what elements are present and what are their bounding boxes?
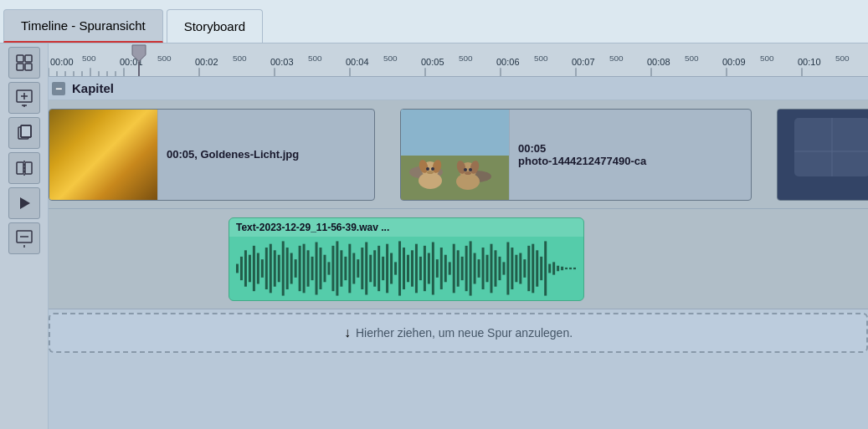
clip3-thumbnail <box>778 110 868 200</box>
video-track: 00:05, Goldenes-Licht.jpg <box>49 100 868 209</box>
svg-rect-146 <box>490 243 493 293</box>
svg-rect-153 <box>519 253 521 283</box>
svg-rect-94 <box>274 250 276 286</box>
left-toolbar <box>0 43 49 429</box>
svg-marker-15 <box>20 197 30 209</box>
svg-text:500: 500 <box>534 54 548 64</box>
svg-rect-158 <box>540 256 542 279</box>
svg-rect-144 <box>482 248 485 289</box>
svg-rect-163 <box>561 266 563 269</box>
svg-rect-123 <box>394 262 397 274</box>
svg-rect-118 <box>373 250 376 286</box>
svg-text:500: 500 <box>760 54 774 64</box>
svg-rect-111 <box>344 256 347 279</box>
svg-rect-99 <box>295 259 297 278</box>
svg-rect-109 <box>336 241 338 295</box>
svg-rect-115 <box>361 248 363 289</box>
marker-button[interactable] <box>8 47 40 79</box>
svg-rect-142 <box>474 253 476 283</box>
svg-rect-132 <box>432 242 434 294</box>
svg-rect-138 <box>457 250 460 286</box>
tracks-container: − Kapitel 00:05, Goldenes-Licht.jpg <box>49 77 868 429</box>
svg-text:00:06: 00:06 <box>496 57 520 67</box>
svg-rect-151 <box>511 248 513 289</box>
svg-text:500: 500 <box>835 54 850 64</box>
chapter-header: − Kapitel <box>49 77 868 100</box>
svg-rect-104 <box>316 242 318 294</box>
split-button[interactable] <box>8 152 40 184</box>
svg-rect-137 <box>453 243 455 293</box>
svg-rect-91 <box>261 259 264 278</box>
svg-rect-97 <box>286 248 289 289</box>
audio-clip[interactable]: Text-2023-12-29_11-56-39.wav ... <box>229 217 584 301</box>
chapter-collapse-button[interactable]: − <box>52 82 65 95</box>
svg-rect-128 <box>415 243 418 293</box>
svg-rect-12 <box>17 162 23 174</box>
svg-rect-150 <box>506 242 509 294</box>
svg-rect-130 <box>424 245 426 290</box>
svg-rect-95 <box>278 254 280 282</box>
svg-rect-121 <box>386 243 388 293</box>
copy-track-button[interactable] <box>8 117 40 149</box>
svg-text:500: 500 <box>233 54 247 64</box>
svg-text:00:05: 00:05 <box>421 57 444 67</box>
svg-rect-139 <box>461 256 464 279</box>
drop-zone[interactable]: ↓ Hierher ziehen, um neue Spur anzulegen… <box>49 313 868 353</box>
svg-text:00:00: 00:00 <box>50 57 74 67</box>
svg-rect-88 <box>249 254 251 282</box>
svg-rect-96 <box>282 241 285 295</box>
svg-rect-133 <box>436 259 439 278</box>
svg-rect-127 <box>411 250 413 286</box>
svg-text:00:02: 00:02 <box>195 57 218 67</box>
svg-rect-125 <box>403 248 405 289</box>
svg-text:500: 500 <box>82 54 96 64</box>
svg-text:500: 500 <box>609 54 624 64</box>
svg-rect-154 <box>523 259 526 278</box>
svg-rect-103 <box>311 256 314 279</box>
svg-rect-105 <box>320 248 322 289</box>
svg-rect-0 <box>17 55 23 62</box>
svg-rect-134 <box>440 248 443 289</box>
svg-point-72 <box>431 167 434 171</box>
svg-rect-90 <box>257 253 259 283</box>
ruler: /* rendered via inline SVG content below… <box>49 43 868 77</box>
svg-rect-120 <box>382 256 384 279</box>
clip2-info: 00:05 photo-1444212477490-ca <box>510 142 655 167</box>
svg-rect-100 <box>299 245 301 290</box>
svg-rect-63 <box>401 110 510 156</box>
tab-storyboard[interactable]: Storyboard <box>167 9 263 43</box>
drop-icon: ↓ <box>344 325 351 340</box>
svg-rect-165 <box>569 267 572 268</box>
svg-rect-119 <box>378 245 380 290</box>
tab-timeline-label: Timeline - Spuransicht <box>21 18 146 33</box>
svg-rect-1 <box>25 55 32 62</box>
svg-point-71 <box>426 167 429 171</box>
svg-rect-131 <box>428 253 430 283</box>
video-clip-1[interactable]: 00:05, Goldenes-Licht.jpg <box>49 109 375 201</box>
svg-rect-108 <box>331 245 334 290</box>
play-button[interactable] <box>8 187 40 219</box>
svg-rect-10 <box>21 125 31 137</box>
svg-rect-160 <box>548 263 551 273</box>
svg-text:00:10: 00:10 <box>798 57 821 67</box>
svg-rect-135 <box>444 254 447 282</box>
svg-point-78 <box>464 168 467 171</box>
remove-track-button[interactable] <box>8 222 40 254</box>
svg-rect-124 <box>398 241 401 295</box>
svg-rect-85 <box>236 263 239 273</box>
tab-bar: Timeline - Spuransicht Storyboard <box>0 0 868 43</box>
svg-rect-3 <box>25 64 32 70</box>
clip2-thumbnail <box>401 110 510 200</box>
svg-rect-164 <box>565 267 568 268</box>
svg-rect-101 <box>303 243 306 293</box>
svg-rect-159 <box>544 241 547 295</box>
svg-rect-2 <box>17 64 23 70</box>
clip1-thumbnail <box>49 110 158 200</box>
video-clip-2[interactable]: 00:05 photo-1444212477490-ca <box>400 109 752 201</box>
svg-text:500: 500 <box>157 54 172 64</box>
tab-timeline[interactable]: Timeline - Spuransicht <box>3 9 163 43</box>
drop-zone-text: Hierher ziehen, um neue Spur anzulegen. <box>356 326 573 340</box>
svg-rect-92 <box>265 248 268 289</box>
video-clip-3[interactable] <box>777 109 868 201</box>
add-video-track-button[interactable] <box>8 82 40 114</box>
